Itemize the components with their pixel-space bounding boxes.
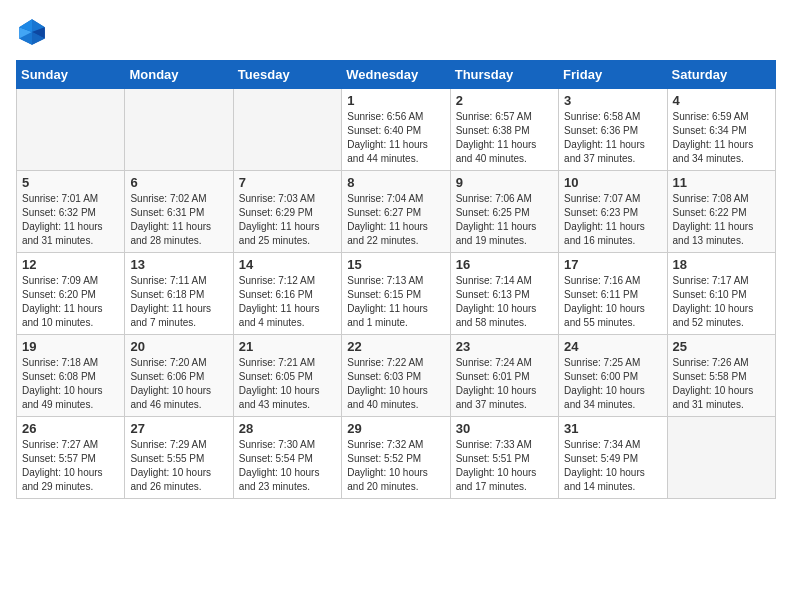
day-info: Sunrise: 7:12 AM Sunset: 6:16 PM Dayligh… xyxy=(239,274,336,330)
day-info: Sunrise: 6:58 AM Sunset: 6:36 PM Dayligh… xyxy=(564,110,661,166)
day-number: 23 xyxy=(456,339,553,354)
calendar-cell: 20Sunrise: 7:20 AM Sunset: 6:06 PM Dayli… xyxy=(125,335,233,417)
day-info: Sunrise: 6:59 AM Sunset: 6:34 PM Dayligh… xyxy=(673,110,770,166)
day-info: Sunrise: 7:29 AM Sunset: 5:55 PM Dayligh… xyxy=(130,438,227,494)
logo-icon xyxy=(16,16,48,48)
calendar-cell xyxy=(17,89,125,171)
day-number: 11 xyxy=(673,175,770,190)
weekday-header: Saturday xyxy=(667,61,775,89)
day-number: 25 xyxy=(673,339,770,354)
calendar-cell: 23Sunrise: 7:24 AM Sunset: 6:01 PM Dayli… xyxy=(450,335,558,417)
weekday-header: Thursday xyxy=(450,61,558,89)
day-number: 21 xyxy=(239,339,336,354)
day-info: Sunrise: 7:01 AM Sunset: 6:32 PM Dayligh… xyxy=(22,192,119,248)
calendar-cell: 26Sunrise: 7:27 AM Sunset: 5:57 PM Dayli… xyxy=(17,417,125,499)
day-info: Sunrise: 7:13 AM Sunset: 6:15 PM Dayligh… xyxy=(347,274,444,330)
calendar-week-row: 5Sunrise: 7:01 AM Sunset: 6:32 PM Daylig… xyxy=(17,171,776,253)
calendar-cell: 11Sunrise: 7:08 AM Sunset: 6:22 PM Dayli… xyxy=(667,171,775,253)
day-number: 29 xyxy=(347,421,444,436)
day-number: 4 xyxy=(673,93,770,108)
weekday-header: Monday xyxy=(125,61,233,89)
day-number: 12 xyxy=(22,257,119,272)
calendar-cell: 28Sunrise: 7:30 AM Sunset: 5:54 PM Dayli… xyxy=(233,417,341,499)
calendar-cell: 19Sunrise: 7:18 AM Sunset: 6:08 PM Dayli… xyxy=(17,335,125,417)
day-number: 1 xyxy=(347,93,444,108)
day-number: 30 xyxy=(456,421,553,436)
day-number: 14 xyxy=(239,257,336,272)
day-number: 16 xyxy=(456,257,553,272)
day-info: Sunrise: 7:08 AM Sunset: 6:22 PM Dayligh… xyxy=(673,192,770,248)
calendar-cell: 9Sunrise: 7:06 AM Sunset: 6:25 PM Daylig… xyxy=(450,171,558,253)
day-info: Sunrise: 7:04 AM Sunset: 6:27 PM Dayligh… xyxy=(347,192,444,248)
day-number: 7 xyxy=(239,175,336,190)
day-number: 2 xyxy=(456,93,553,108)
day-number: 15 xyxy=(347,257,444,272)
day-number: 17 xyxy=(564,257,661,272)
day-info: Sunrise: 7:09 AM Sunset: 6:20 PM Dayligh… xyxy=(22,274,119,330)
calendar-week-row: 19Sunrise: 7:18 AM Sunset: 6:08 PM Dayli… xyxy=(17,335,776,417)
calendar-week-row: 26Sunrise: 7:27 AM Sunset: 5:57 PM Dayli… xyxy=(17,417,776,499)
day-info: Sunrise: 7:30 AM Sunset: 5:54 PM Dayligh… xyxy=(239,438,336,494)
day-number: 24 xyxy=(564,339,661,354)
day-number: 31 xyxy=(564,421,661,436)
day-info: Sunrise: 7:20 AM Sunset: 6:06 PM Dayligh… xyxy=(130,356,227,412)
day-info: Sunrise: 7:07 AM Sunset: 6:23 PM Dayligh… xyxy=(564,192,661,248)
day-info: Sunrise: 7:27 AM Sunset: 5:57 PM Dayligh… xyxy=(22,438,119,494)
calendar-cell: 25Sunrise: 7:26 AM Sunset: 5:58 PM Dayli… xyxy=(667,335,775,417)
day-info: Sunrise: 7:25 AM Sunset: 6:00 PM Dayligh… xyxy=(564,356,661,412)
day-number: 9 xyxy=(456,175,553,190)
day-number: 10 xyxy=(564,175,661,190)
calendar-cell: 30Sunrise: 7:33 AM Sunset: 5:51 PM Dayli… xyxy=(450,417,558,499)
calendar-cell: 8Sunrise: 7:04 AM Sunset: 6:27 PM Daylig… xyxy=(342,171,450,253)
calendar-cell: 4Sunrise: 6:59 AM Sunset: 6:34 PM Daylig… xyxy=(667,89,775,171)
calendar-cell: 24Sunrise: 7:25 AM Sunset: 6:00 PM Dayli… xyxy=(559,335,667,417)
day-info: Sunrise: 7:21 AM Sunset: 6:05 PM Dayligh… xyxy=(239,356,336,412)
day-info: Sunrise: 7:16 AM Sunset: 6:11 PM Dayligh… xyxy=(564,274,661,330)
day-number: 26 xyxy=(22,421,119,436)
day-info: Sunrise: 7:34 AM Sunset: 5:49 PM Dayligh… xyxy=(564,438,661,494)
day-info: Sunrise: 7:33 AM Sunset: 5:51 PM Dayligh… xyxy=(456,438,553,494)
calendar-cell: 10Sunrise: 7:07 AM Sunset: 6:23 PM Dayli… xyxy=(559,171,667,253)
calendar-cell: 2Sunrise: 6:57 AM Sunset: 6:38 PM Daylig… xyxy=(450,89,558,171)
calendar-cell: 31Sunrise: 7:34 AM Sunset: 5:49 PM Dayli… xyxy=(559,417,667,499)
calendar-cell: 13Sunrise: 7:11 AM Sunset: 6:18 PM Dayli… xyxy=(125,253,233,335)
day-info: Sunrise: 7:17 AM Sunset: 6:10 PM Dayligh… xyxy=(673,274,770,330)
calendar-cell: 22Sunrise: 7:22 AM Sunset: 6:03 PM Dayli… xyxy=(342,335,450,417)
day-number: 22 xyxy=(347,339,444,354)
calendar-cell: 17Sunrise: 7:16 AM Sunset: 6:11 PM Dayli… xyxy=(559,253,667,335)
day-number: 28 xyxy=(239,421,336,436)
calendar-cell: 12Sunrise: 7:09 AM Sunset: 6:20 PM Dayli… xyxy=(17,253,125,335)
page-header xyxy=(16,16,776,48)
day-number: 27 xyxy=(130,421,227,436)
calendar-cell: 27Sunrise: 7:29 AM Sunset: 5:55 PM Dayli… xyxy=(125,417,233,499)
day-info: Sunrise: 7:18 AM Sunset: 6:08 PM Dayligh… xyxy=(22,356,119,412)
weekday-header: Sunday xyxy=(17,61,125,89)
calendar-cell: 15Sunrise: 7:13 AM Sunset: 6:15 PM Dayli… xyxy=(342,253,450,335)
day-number: 13 xyxy=(130,257,227,272)
day-number: 18 xyxy=(673,257,770,272)
calendar-cell: 1Sunrise: 6:56 AM Sunset: 6:40 PM Daylig… xyxy=(342,89,450,171)
calendar-cell xyxy=(233,89,341,171)
day-info: Sunrise: 7:24 AM Sunset: 6:01 PM Dayligh… xyxy=(456,356,553,412)
calendar-cell: 29Sunrise: 7:32 AM Sunset: 5:52 PM Dayli… xyxy=(342,417,450,499)
day-number: 6 xyxy=(130,175,227,190)
calendar-cell xyxy=(125,89,233,171)
day-info: Sunrise: 7:03 AM Sunset: 6:29 PM Dayligh… xyxy=(239,192,336,248)
day-number: 8 xyxy=(347,175,444,190)
calendar-cell: 3Sunrise: 6:58 AM Sunset: 6:36 PM Daylig… xyxy=(559,89,667,171)
calendar-header-row: SundayMondayTuesdayWednesdayThursdayFrid… xyxy=(17,61,776,89)
day-info: Sunrise: 7:22 AM Sunset: 6:03 PM Dayligh… xyxy=(347,356,444,412)
day-info: Sunrise: 6:57 AM Sunset: 6:38 PM Dayligh… xyxy=(456,110,553,166)
logo xyxy=(16,16,52,48)
calendar-cell: 16Sunrise: 7:14 AM Sunset: 6:13 PM Dayli… xyxy=(450,253,558,335)
day-info: Sunrise: 7:02 AM Sunset: 6:31 PM Dayligh… xyxy=(130,192,227,248)
calendar-cell: 6Sunrise: 7:02 AM Sunset: 6:31 PM Daylig… xyxy=(125,171,233,253)
weekday-header: Wednesday xyxy=(342,61,450,89)
calendar-cell: 18Sunrise: 7:17 AM Sunset: 6:10 PM Dayli… xyxy=(667,253,775,335)
calendar-week-row: 1Sunrise: 6:56 AM Sunset: 6:40 PM Daylig… xyxy=(17,89,776,171)
day-number: 3 xyxy=(564,93,661,108)
day-info: Sunrise: 7:06 AM Sunset: 6:25 PM Dayligh… xyxy=(456,192,553,248)
weekday-header: Friday xyxy=(559,61,667,89)
day-info: Sunrise: 7:32 AM Sunset: 5:52 PM Dayligh… xyxy=(347,438,444,494)
calendar-table: SundayMondayTuesdayWednesdayThursdayFrid… xyxy=(16,60,776,499)
